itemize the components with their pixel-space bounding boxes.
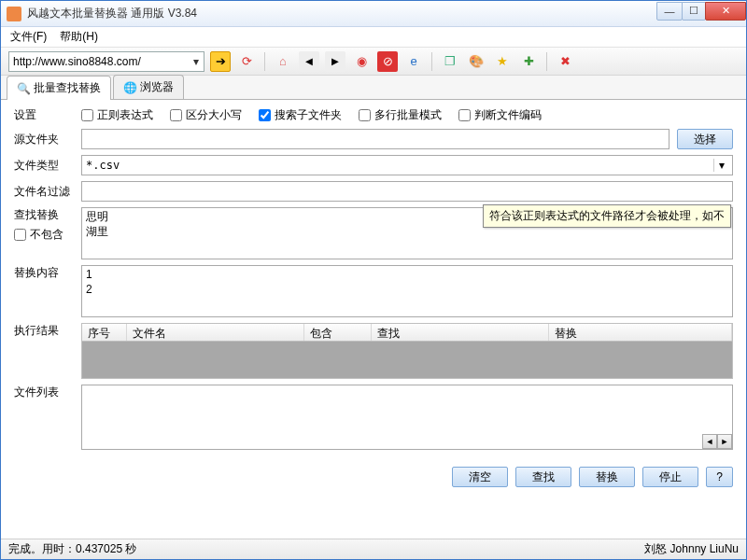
source-folder-row: 源文件夹 选择 [14, 129, 733, 149]
bottom-buttons: 清空 查找 替换 停止 ? [1, 459, 746, 495]
home-icon[interactable]: ⌂ [273, 51, 293, 72]
chk-encoding[interactable]: 判断文件编码 [458, 107, 542, 123]
col-replace[interactable]: 替换 [549, 324, 732, 341]
toolbar-separator [546, 52, 547, 71]
replace-text[interactable]: 1 2 [81, 265, 733, 317]
toolbar-separator [264, 52, 265, 71]
results-header: 序号 文件名 包含 查找 替换 [81, 323, 733, 342]
url-combo[interactable]: ▾ [8, 51, 204, 72]
menu-help[interactable]: 帮助(H) [60, 29, 98, 45]
maximize-button[interactable]: ☐ [682, 2, 706, 21]
chk-subfolder[interactable]: 搜索子文件夹 [259, 107, 342, 123]
chk-not-contain[interactable]: 不包含 [14, 227, 63, 243]
block-icon[interactable]: ⊘ [377, 51, 398, 72]
tooltip: 符合该正则表达式的文件路径才会被处理，如不 [483, 204, 731, 228]
clear-button[interactable]: 清空 [452, 467, 508, 487]
add-favorite-icon[interactable]: ✚ [518, 51, 539, 72]
delete-icon[interactable]: ✖ [555, 51, 575, 72]
stop-button[interactable]: 停止 [642, 467, 698, 487]
file-type-input[interactable] [86, 159, 713, 172]
star-icon[interactable]: ★ [492, 51, 513, 72]
refresh-icon[interactable]: ⟳ [236, 51, 257, 72]
name-filter-label: 文件名过滤 [14, 184, 74, 200]
results-row: 执行结果 序号 文件名 包含 查找 替换 [14, 323, 733, 379]
col-find[interactable]: 查找 [372, 324, 549, 341]
statusbar: 完成。用时：0.437025 秒 刘怒 Johnny LiuNu [1, 539, 746, 559]
toolbar: ▾ ➔ ⟳ ⌂ ◄ ► ◉ ⊘ e ❐ 🎨 ★ ✚ ✖ [1, 48, 746, 76]
chk-multiline[interactable]: 多行批量模式 [359, 107, 442, 123]
choose-folder-button[interactable]: 选择 [677, 129, 733, 149]
status-left: 完成。用时：0.437025 秒 [8, 541, 136, 557]
help-button[interactable]: ? [706, 467, 733, 487]
settings-label: 设置 [14, 107, 74, 123]
file-list-row: 文件列表 ◄ ► [14, 385, 733, 450]
window-title: 风越文本批量替换器 通用版 V3.84 [27, 6, 657, 21]
find-replace-label: 查找替换 [14, 207, 74, 223]
col-seq[interactable]: 序号 [82, 324, 127, 341]
find-button[interactable]: 查找 [515, 467, 571, 487]
replace-content-label: 替换内容 [14, 265, 74, 317]
minimize-button[interactable]: — [656, 2, 683, 21]
copy-icon[interactable]: ❐ [440, 51, 460, 72]
scroll-left-icon[interactable]: ◄ [702, 434, 717, 449]
file-type-row: 文件类型 ▾ [14, 155, 733, 175]
file-type-combo[interactable]: ▾ [81, 155, 733, 175]
globe-icon: 🌐 [123, 81, 136, 94]
menubar: 文件(F) 帮助(H) [1, 27, 746, 48]
file-list[interactable]: ◄ ► [81, 385, 733, 450]
file-type-label: 文件类型 [14, 158, 74, 174]
scroll-right-icon[interactable]: ► [717, 434, 732, 449]
tab-find-replace[interactable]: 🔍 批量查找替换 [7, 76, 111, 100]
app-window: 风越文本批量替换器 通用版 V3.84 — ☐ ✕ 文件(F) 帮助(H) ▾ … [0, 0, 747, 560]
tab-label: 批量查找替换 [34, 80, 101, 96]
titlebar: 风越文本批量替换器 通用版 V3.84 — ☐ ✕ [1, 1, 746, 27]
content-area: 设置 正则表达式 区分大小写 搜索子文件夹 多行批量模式 判断文件编码 源文件夹… [1, 100, 746, 459]
settings-row: 设置 正则表达式 区分大小写 搜索子文件夹 多行批量模式 判断文件编码 [14, 107, 733, 123]
chk-case[interactable]: 区分大小写 [170, 107, 242, 123]
back-icon[interactable]: ◄ [299, 51, 319, 72]
replace-content-row: 替换内容 1 2 [14, 265, 733, 317]
url-dropdown-icon[interactable]: ▾ [189, 55, 204, 68]
name-filter-input[interactable] [81, 181, 733, 202]
status-right: 刘怒 Johnny LiuNu [644, 541, 739, 557]
file-list-label: 文件列表 [14, 385, 74, 450]
url-input[interactable] [9, 55, 189, 68]
ie-icon[interactable]: e [403, 51, 424, 72]
forward-icon[interactable]: ► [325, 51, 345, 72]
magnifier-icon: 🔍 [17, 82, 30, 95]
source-folder-input[interactable] [81, 129, 669, 149]
name-filter-row: 文件名过滤 [14, 181, 733, 202]
tab-browser[interactable]: 🌐 浏览器 [113, 75, 184, 99]
results-label: 执行结果 [14, 323, 74, 379]
toolbar-separator [431, 52, 432, 71]
app-icon [7, 7, 21, 21]
stop-nav-icon[interactable]: ◉ [351, 51, 372, 72]
col-contain[interactable]: 包含 [304, 324, 372, 341]
tabstrip: 🔍 批量查找替换 🌐 浏览器 [1, 76, 746, 100]
close-button[interactable]: ✕ [705, 2, 746, 21]
dropdown-icon[interactable]: ▾ [713, 159, 728, 172]
menu-file[interactable]: 文件(F) [10, 29, 47, 45]
col-filename[interactable]: 文件名 [127, 324, 304, 341]
palette-icon[interactable]: 🎨 [466, 51, 486, 72]
results-body[interactable] [81, 342, 733, 379]
source-folder-label: 源文件夹 [14, 132, 74, 147]
go-icon[interactable]: ➔ [210, 51, 231, 72]
tab-label: 浏览器 [140, 79, 174, 95]
replace-button[interactable]: 替换 [579, 467, 635, 487]
chk-regex[interactable]: 正则表达式 [81, 107, 153, 123]
